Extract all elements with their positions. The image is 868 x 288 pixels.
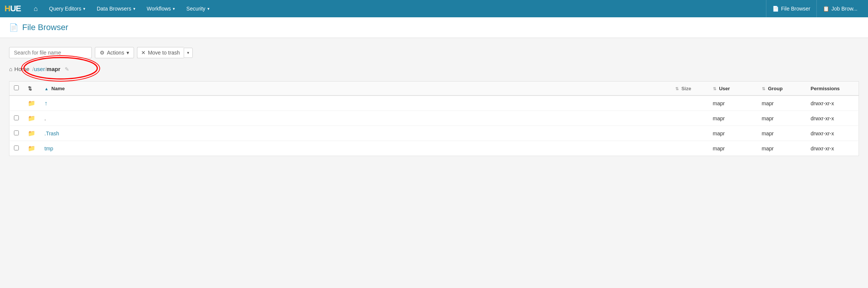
row-dot-user: mapr bbox=[708, 111, 757, 126]
page-header: 📄 File Browser bbox=[0, 17, 868, 38]
file-browser-icon: 📄 bbox=[772, 6, 779, 12]
row-dot-name-text: . bbox=[44, 115, 46, 121]
row-dot-name[interactable]: . bbox=[40, 111, 671, 126]
search-input[interactable] bbox=[9, 47, 92, 58]
file-table: ⇅ ▲ Name ⇅ Size ⇅ User ⇅ Group bbox=[9, 81, 859, 156]
breadcrumb-edit-button[interactable]: ✎ bbox=[65, 66, 69, 72]
data-browsers-label: Data Browsers bbox=[97, 6, 131, 12]
workflows-chevron: ▾ bbox=[173, 6, 175, 11]
row-trash-size bbox=[671, 126, 708, 141]
row-tmp-link[interactable]: tmp bbox=[44, 146, 53, 152]
actions-label: Actions bbox=[107, 50, 124, 56]
actions-chevron: ▾ bbox=[126, 50, 129, 56]
breadcrumb-home-label: Home bbox=[14, 66, 29, 72]
nav-security[interactable]: Security ▾ bbox=[181, 0, 215, 17]
row-up-user: mapr bbox=[708, 95, 757, 111]
col-group-label: Group bbox=[768, 86, 783, 91]
logo-ue: UE bbox=[10, 4, 21, 13]
nav-items: ⌂ Query Editors ▾ Data Browsers ▾ Workfl… bbox=[28, 0, 766, 17]
col-user-header[interactable]: ⇅ User bbox=[708, 82, 757, 96]
breadcrumb: ⌂ Home / user / mapr ✎ bbox=[9, 66, 859, 72]
nav-file-browser[interactable]: 📄 File Browser bbox=[766, 0, 816, 17]
nav-home[interactable]: ⌂ bbox=[28, 0, 43, 17]
workflows-label: Workflows bbox=[147, 6, 171, 12]
row-dot-checkbox[interactable] bbox=[14, 115, 19, 120]
breadcrumb-user-link[interactable]: user bbox=[34, 66, 45, 72]
job-browser-label: Job Brow... bbox=[831, 6, 857, 12]
data-browsers-chevron: ▾ bbox=[133, 6, 136, 11]
col-name-label: Name bbox=[52, 86, 65, 91]
folder-icon: 📁 bbox=[28, 115, 35, 121]
table-row: 📁 tmp mapr mapr drwxr-xr-x bbox=[9, 141, 859, 156]
move-to-trash-split-button: ✕ Move to trash ▾ bbox=[137, 47, 193, 58]
row-up-name[interactable]: ↑ bbox=[40, 95, 671, 111]
security-chevron: ▾ bbox=[207, 6, 210, 11]
table-header-row: ⇅ ▲ Name ⇅ Size ⇅ User ⇅ Group bbox=[9, 82, 859, 96]
main-content: ⚙ Actions ▾ ✕ Move to trash ▾ ⌂ Home / u… bbox=[0, 38, 868, 288]
app-logo[interactable]: HUE bbox=[5, 4, 21, 14]
col-sort-header[interactable]: ⇅ bbox=[23, 82, 40, 96]
file-browser-label: File Browser bbox=[781, 6, 810, 12]
col-group-header[interactable]: ⇅ Group bbox=[757, 82, 806, 96]
folder-icon: 📁 bbox=[28, 145, 35, 152]
table-row: 📁 ↑ mapr mapr drwxr-xr-x bbox=[9, 95, 859, 111]
row-dot-permissions: drwxr-xr-x bbox=[806, 111, 859, 126]
row-tmp-name[interactable]: tmp bbox=[40, 141, 671, 156]
actions-button[interactable]: ⚙ Actions ▾ bbox=[95, 47, 134, 58]
folder-icon: 📁 bbox=[28, 130, 35, 136]
nav-query-editors[interactable]: Query Editors ▾ bbox=[44, 0, 91, 17]
nav-job-browser[interactable]: 📋 Job Brow... bbox=[816, 0, 863, 17]
size-sort-icon: ⇅ bbox=[675, 86, 679, 91]
top-navigation: HUE ⌂ Query Editors ▾ Data Browsers ▾ Wo… bbox=[0, 0, 868, 17]
table-body: 📁 ↑ mapr mapr drwxr-xr-x 📁 . bbox=[9, 95, 859, 156]
move-to-trash-button[interactable]: ✕ Move to trash bbox=[137, 47, 184, 58]
row-trash-group: mapr bbox=[757, 126, 806, 141]
col-size-header[interactable]: ⇅ Size bbox=[671, 82, 708, 96]
row-trash-check[interactable] bbox=[9, 126, 24, 141]
page-header-icon: 📄 bbox=[9, 23, 18, 32]
row-trash-checkbox[interactable] bbox=[14, 130, 19, 135]
row-tmp-checkbox[interactable] bbox=[14, 146, 19, 150]
nav-data-browsers[interactable]: Data Browsers ▾ bbox=[91, 0, 141, 17]
col-size-label: Size bbox=[681, 86, 691, 91]
row-tmp-check[interactable] bbox=[9, 141, 24, 156]
move-to-trash-dropdown-button[interactable]: ▾ bbox=[184, 48, 193, 58]
user-sort-icon: ⇅ bbox=[713, 86, 716, 91]
move-to-trash-label: Move to trash bbox=[148, 50, 180, 56]
row-dot-folder-icon: 📁 bbox=[23, 111, 40, 126]
row-dot-check[interactable] bbox=[9, 111, 24, 126]
select-all-checkbox[interactable] bbox=[14, 85, 19, 90]
col-name-header[interactable]: ▲ Name bbox=[40, 82, 671, 96]
gear-icon: ⚙ bbox=[100, 50, 105, 56]
security-label: Security bbox=[186, 6, 206, 12]
row-trash-permissions: drwxr-xr-x bbox=[806, 126, 859, 141]
row-trash-folder-icon: 📁 bbox=[23, 126, 40, 141]
row-dot-size bbox=[671, 111, 708, 126]
toolbar: ⚙ Actions ▾ ✕ Move to trash ▾ bbox=[9, 47, 859, 58]
breadcrumb-home[interactable]: ⌂ Home bbox=[9, 66, 29, 72]
home-icon: ⌂ bbox=[34, 5, 38, 13]
sort-arrows-icon: ⇅ bbox=[28, 86, 32, 91]
logo-h: H bbox=[5, 4, 10, 13]
col-permissions-header: Permissions bbox=[806, 82, 859, 96]
up-arrow-icon[interactable]: ↑ bbox=[44, 100, 47, 106]
row-tmp-size bbox=[671, 141, 708, 156]
table-row: 📁 . mapr mapr drwxr-xr-x bbox=[9, 111, 859, 126]
row-dot-group: mapr bbox=[757, 111, 806, 126]
row-trash-name[interactable]: .Trash bbox=[40, 126, 671, 141]
query-editors-label: Query Editors bbox=[49, 6, 81, 12]
row-tmp-folder-icon: 📁 bbox=[23, 141, 40, 156]
row-tmp-group: mapr bbox=[757, 141, 806, 156]
col-check-header[interactable] bbox=[9, 82, 24, 96]
row-trash-link[interactable]: .Trash bbox=[44, 130, 59, 136]
row-up-permissions: drwxr-xr-x bbox=[806, 95, 859, 111]
row-up-folder-icon: 📁 bbox=[23, 95, 40, 111]
nav-workflows[interactable]: Workflows ▾ bbox=[142, 0, 180, 17]
table-row: 📁 .Trash mapr mapr drwxr-xr-x bbox=[9, 126, 859, 141]
folder-icon: 📁 bbox=[28, 100, 35, 106]
row-up-check bbox=[9, 95, 24, 111]
row-tmp-permissions: drwxr-xr-x bbox=[806, 141, 859, 156]
table-header: ⇅ ▲ Name ⇅ Size ⇅ User ⇅ Group bbox=[9, 82, 859, 96]
col-permissions-label: Permissions bbox=[811, 86, 840, 91]
nav-right: 📄 File Browser 📋 Job Brow... bbox=[766, 0, 863, 17]
